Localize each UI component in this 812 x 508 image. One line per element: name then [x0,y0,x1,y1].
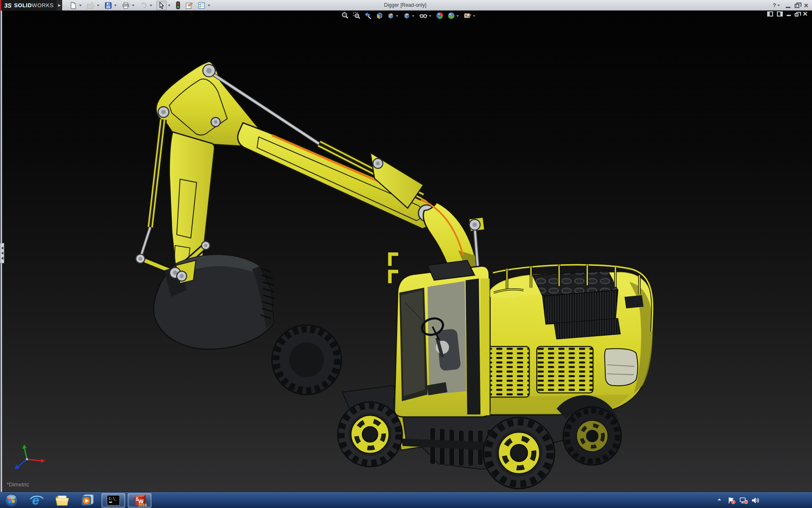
window-title: Digger [Read-only] [384,0,426,11]
open-dropdown[interactable] [97,5,99,8]
command-prompt-button[interactable]: C:\_ [102,493,125,508]
side-grille-right [537,347,593,393]
options-button[interactable] [197,1,206,10]
taskbar: e C:\_ S [0,492,812,508]
pane-right-icon[interactable] [777,11,783,17]
action-center-button[interactable] [727,497,736,506]
view-settings-button[interactable] [463,12,472,19]
previous-view-button[interactable] [364,12,372,19]
feature-tree-collapse-tab[interactable] [0,243,4,263]
brand-red-stripe [0,0,1,11]
new-document-dropdown[interactable] [79,5,82,8]
brand-name-light: WORKS [32,2,54,8]
minimize-button[interactable] [786,3,790,8]
sw-year: 2015 [138,503,147,507]
view-orientation-icon [387,12,395,19]
headsup-view-toolbar [341,11,477,20]
cab-pillar [466,279,480,414]
file-properties-button[interactable] [184,1,194,10]
engine-block [532,271,618,324]
rear-right-wheel [563,407,621,465]
zoom-to-fit-icon [341,12,349,19]
undo-button[interactable] [139,1,148,10]
brand-mark: 3S [4,2,11,9]
display-style-icon [403,12,411,19]
command-prompt-icon: C:\_ [106,494,121,506]
apply-scene-dropdown[interactable] [456,15,459,18]
windows-explorer-button[interactable] [52,493,72,508]
volume-button[interactable] [751,497,760,506]
rebuild-traffic-light-button[interactable] [175,1,181,10]
document-window-controls: ✕ [767,11,808,17]
display-style-button[interactable] [403,12,411,19]
view-orientation-button[interactable] [387,12,395,19]
document-restore-button[interactable] [795,13,798,17]
undo-dropdown[interactable] [150,5,152,8]
app-window-controls: ? ✕ [773,0,809,11]
hide-show-items-icon [419,12,428,19]
view-settings-icon [464,12,472,19]
new-document-button[interactable] [69,1,78,10]
help-button[interactable]: ? [773,2,782,8]
media-player-icon [80,494,95,507]
select-button[interactable] [156,1,167,10]
front-left-wheel [338,402,403,467]
standard-toolbar [69,0,212,11]
view-orientation-dropdown[interactable] [396,15,398,18]
boom-assembly [140,61,433,275]
close-button[interactable]: ✕ [804,3,809,8]
hidden-icons-button[interactable] [716,497,722,504]
new-document-icon [69,2,77,9]
network-status-button[interactable] [739,497,749,506]
cab [388,252,490,417]
print-dropdown[interactable] [132,5,134,8]
view-orientation-label: *Dimetric [7,481,29,488]
save-button[interactable] [104,1,113,10]
grab-handles [388,252,398,283]
options-icon [198,2,206,9]
solidworks-2015-button[interactable]: S W 2015 [128,493,151,508]
pane-left-icon[interactable] [767,11,773,17]
open-icon [87,2,95,9]
display-style-dropdown[interactable] [412,15,414,18]
save-dropdown[interactable] [114,5,117,8]
hide-show-items-dropdown[interactable] [429,15,431,18]
svg-text:e: e [32,494,39,507]
title-bar: 3S SOLIDWORKS ▶ [0,0,812,11]
internet-explorer-button[interactable]: e [27,493,47,508]
start-button[interactable] [3,493,19,508]
media-player-button[interactable] [78,493,97,508]
edit-appearance-icon [436,12,444,19]
small-vent [625,295,644,308]
document-close-button[interactable]: ✕ [802,11,808,17]
menu-flyout-arrow[interactable]: ▶ [57,0,62,11]
action-center-flag-icon [727,497,736,504]
open-button[interactable] [86,1,96,10]
rear-window [605,349,638,386]
section-view-button[interactable] [375,12,384,19]
solidworks-2015-icon: S W 2015 [132,494,147,507]
digger-model [0,11,812,492]
zoom-to-area-button[interactable] [352,12,361,19]
hide-show-items-button[interactable] [419,12,428,19]
print-icon [122,2,130,9]
brand-name-bold: SOLID [14,2,32,8]
document-minimize-button[interactable] [787,12,791,16]
options-dropdown[interactable] [208,5,210,8]
select-dropdown[interactable] [168,5,170,8]
print-button[interactable] [121,1,131,10]
apply-scene-button[interactable] [447,12,455,19]
select-cursor-icon [158,2,165,9]
help-dropdown[interactable] [777,5,780,8]
collapse-arrow-icon [0,251,3,255]
zoom-to-fit-button[interactable] [341,12,349,19]
edit-appearance-button[interactable] [436,12,444,19]
graphics-viewport[interactable]: ✕ *Dimetric [0,11,812,492]
internet-explorer-icon: e [30,494,44,507]
hidden-icons-arrow-icon [716,497,722,502]
zoom-to-area-icon [353,12,360,19]
restore-button[interactable] [795,4,799,8]
reference-triad [14,444,45,469]
view-settings-dropdown[interactable] [473,15,475,18]
command-prompt-label: C:\_ [109,497,117,501]
